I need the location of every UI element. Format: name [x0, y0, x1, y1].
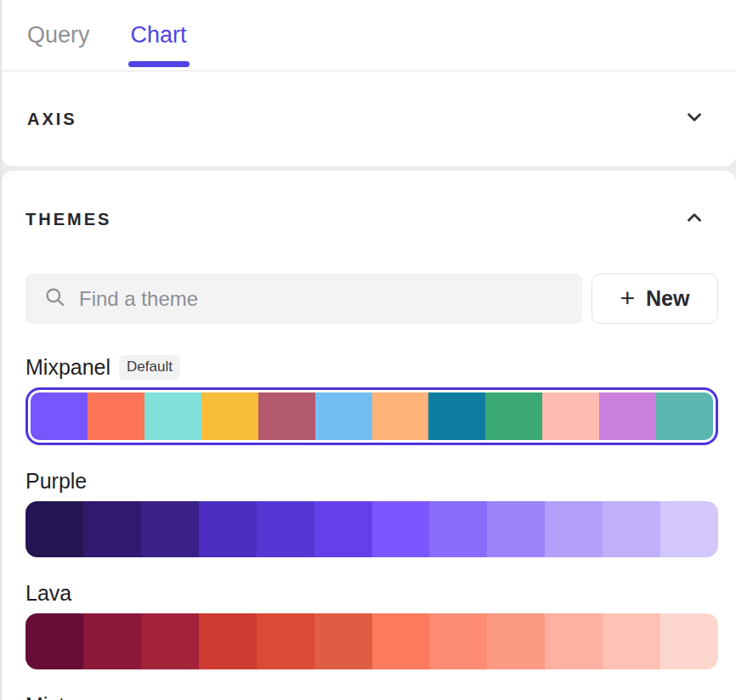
theme-search-input[interactable]	[79, 287, 567, 311]
theme-name: Lava	[25, 581, 71, 606]
new-theme-button[interactable]: + New	[592, 274, 718, 324]
palette-swatches	[25, 613, 718, 669]
color-swatch	[660, 613, 718, 669]
color-swatch	[372, 613, 430, 669]
color-swatch	[141, 501, 199, 557]
palette-swatches	[31, 392, 713, 440]
axis-section-title: AXIS	[27, 110, 77, 129]
theme-palette-lava[interactable]	[25, 613, 718, 669]
color-swatch	[314, 501, 372, 557]
theme-head: Purple	[25, 469, 718, 494]
color-swatch	[485, 392, 542, 440]
themes-section-title: THEMES	[25, 210, 111, 229]
theme-row-mixpanel: MixpanelDefault	[25, 355, 718, 445]
theme-search-row: + New	[25, 274, 718, 324]
theme-palette-mixpanel[interactable]	[25, 387, 718, 445]
color-swatch	[83, 613, 141, 669]
color-swatch	[83, 501, 141, 557]
plus-icon: +	[620, 285, 636, 311]
color-swatch	[428, 392, 485, 440]
new-theme-button-label: New	[646, 286, 689, 311]
theme-row-purple: Purple	[25, 469, 718, 557]
color-swatch	[656, 392, 713, 440]
tab-bar: Query Chart	[2, 0, 736, 71]
color-swatch	[487, 501, 545, 557]
theme-name: Mist	[25, 693, 65, 700]
color-swatch	[603, 613, 660, 669]
themes-section-header[interactable]: THEMES	[25, 206, 718, 232]
color-swatch	[487, 613, 545, 669]
palette-swatches	[25, 501, 718, 557]
color-swatch	[542, 392, 599, 440]
color-swatch	[199, 501, 257, 557]
tab-query-label: Query	[27, 22, 90, 48]
color-swatch	[257, 613, 314, 669]
color-swatch	[314, 613, 372, 669]
color-swatch	[599, 392, 656, 440]
default-badge: Default	[119, 355, 180, 380]
color-swatch	[258, 392, 315, 440]
color-swatch	[429, 501, 487, 557]
theme-head: Mist	[25, 693, 718, 700]
axis-section-header[interactable]: AXIS	[2, 71, 736, 167]
chevron-down-icon[interactable]	[683, 106, 705, 132]
themes-section: THEMES + New MixpanelDefaultPurpleLavaMi…	[2, 171, 736, 700]
theme-head: Lava	[25, 581, 718, 606]
theme-row-mist: Mist	[25, 693, 718, 700]
color-swatch	[545, 613, 603, 669]
color-swatch	[660, 501, 718, 557]
color-swatch	[199, 613, 257, 669]
chevron-up-icon[interactable]	[683, 206, 705, 232]
chart-settings-panel: Query Chart AXIS THEMES	[0, 0, 736, 700]
color-swatch	[25, 613, 83, 669]
color-swatch	[144, 392, 201, 440]
color-swatch	[257, 501, 314, 557]
color-swatch	[25, 501, 83, 557]
color-swatch	[603, 501, 660, 557]
theme-search-box[interactable]	[25, 274, 582, 324]
color-swatch	[429, 613, 487, 669]
color-swatch	[372, 501, 430, 557]
active-tab-indicator	[128, 61, 190, 67]
theme-name: Purple	[25, 469, 87, 494]
color-swatch	[201, 392, 258, 440]
color-swatch	[88, 392, 144, 440]
theme-row-lava: Lava	[25, 581, 718, 669]
color-swatch	[31, 392, 88, 440]
tab-chart[interactable]: Chart	[131, 0, 187, 71]
color-swatch	[315, 392, 372, 440]
color-swatch	[545, 501, 603, 557]
theme-palette-purple[interactable]	[25, 501, 718, 557]
theme-list: MixpanelDefaultPurpleLavaMist	[25, 355, 718, 700]
color-swatch	[141, 613, 199, 669]
color-swatch	[372, 392, 429, 440]
search-icon	[43, 285, 66, 312]
theme-name: Mixpanel	[25, 355, 110, 380]
tab-query[interactable]: Query	[27, 0, 90, 71]
tab-chart-label: Chart	[131, 22, 187, 48]
theme-head: MixpanelDefault	[25, 355, 718, 380]
